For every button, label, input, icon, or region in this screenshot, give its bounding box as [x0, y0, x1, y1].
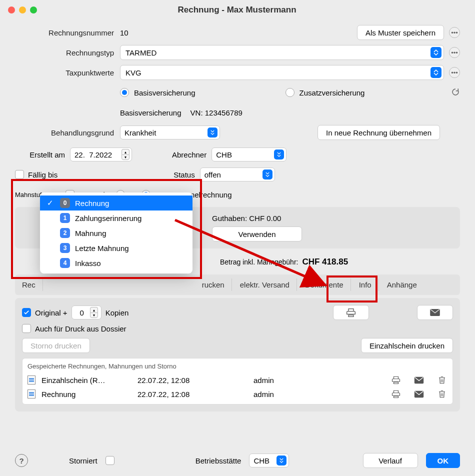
stored-date: 22.07.22, 12:08	[138, 390, 248, 398]
vn-line: VN: 123456789	[190, 108, 242, 117]
label-behandlungsgrund: Behandlungsgrund	[15, 128, 120, 137]
label-abrechner: Abrechner	[172, 150, 206, 159]
label-storniert: Storniert	[69, 456, 98, 465]
rechnungstyp-select[interactable]: TARMED	[120, 45, 444, 60]
label-rechnungsnummer: Rechnungsnummer	[15, 28, 120, 37]
chevron-updown-icon	[208, 128, 218, 138]
badge-3: 3	[60, 243, 70, 253]
chevron-updown-icon	[274, 150, 284, 160]
stored-date: 22.07.22, 12:08	[138, 376, 248, 384]
more-dots-2[interactable]: •••	[449, 47, 460, 58]
label-faellig-bis: Fällig bis	[28, 170, 58, 179]
behandlungsgrund-select[interactable]: Krankheit	[120, 126, 220, 140]
badge-4: 4	[60, 258, 70, 268]
verlauf-button[interactable]: Verlauf	[363, 453, 418, 468]
row-delete-button[interactable]	[436, 375, 448, 385]
stepper-down[interactable]: ▾	[122, 154, 130, 160]
label-erstellt-am: Erstellt am	[15, 150, 70, 159]
in-neue-rechnung-button[interactable]: In neue Rechnung übernehmen	[318, 125, 440, 140]
einzahlschein-drucken-button[interactable]: Einzahlschein drucken	[361, 338, 453, 353]
tabs-bar: Rec rucken elektr. Versand Dokumente Inf…	[15, 274, 460, 295]
row-mail-button[interactable]	[414, 375, 424, 385]
checkbox-faellig-bis[interactable]	[15, 170, 24, 179]
stepper-down[interactable]: ▾	[90, 312, 98, 318]
tab-dokumente[interactable]: Dokumente	[298, 278, 351, 291]
betrag-value: CHF 418.85	[302, 257, 348, 267]
window-title: Rechnung - Max Mustermann	[7, 5, 467, 15]
chevron-updown-icon	[430, 47, 442, 58]
verwenden-button[interactable]: Verwenden	[212, 226, 302, 242]
dropdown-item-inkasso[interactable]: 4 Inkasso	[40, 256, 192, 270]
stepper-up[interactable]: ▴	[122, 149, 130, 154]
ok-button[interactable]: OK	[426, 453, 460, 468]
stored-list: Gespeicherte Rechnungen, Mahnungen und S…	[22, 358, 453, 404]
label-auch-dossier: Auch für Druck aus Dossier	[35, 324, 126, 333]
mail-icon	[430, 308, 440, 316]
label-kopien: Kopien	[106, 308, 129, 317]
abrechner-select[interactable]: CHB	[212, 148, 286, 162]
label-status: Status	[174, 170, 195, 179]
print-button[interactable]	[333, 305, 369, 320]
stored-name: Einzahlschein (R…	[42, 376, 132, 384]
row-print-button[interactable]	[390, 389, 402, 399]
kopien-field[interactable]	[76, 308, 88, 317]
dropdown-item-zahlungserinnerung[interactable]: 1 Zahlungserinnerung	[40, 210, 192, 226]
value-rechnungsnummer: 10	[120, 28, 128, 37]
stepper-up[interactable]: ▴	[90, 307, 98, 312]
row-print-button[interactable]	[390, 375, 402, 385]
basis-line: Basisversicherung	[120, 108, 182, 117]
dropdown-item-mahnung[interactable]: 2 Mahnung	[40, 226, 192, 240]
badge-0: 0	[60, 198, 70, 208]
tab-elektr-versand[interactable]: elektr. Versand	[233, 278, 297, 291]
taxpunktwerte-select[interactable]: KVG	[120, 65, 444, 80]
list-row[interactable]: Rechnung 22.07.22, 12:08 admin	[22, 387, 452, 401]
chevron-updown-icon	[276, 456, 286, 466]
badge-2: 2	[60, 228, 70, 238]
chevron-updown-icon	[430, 67, 442, 78]
printer-icon	[346, 308, 356, 318]
kopien-stepper[interactable]: ▴ ▾	[72, 306, 102, 320]
label-taxpunktwerte: Taxpunktwerte	[15, 68, 120, 77]
radio-basisversicherung[interactable]	[120, 88, 129, 97]
tab-anhaenge[interactable]: Anhänge	[380, 278, 424, 291]
titlebar: Rechnung - Max Mustermann	[0, 0, 475, 20]
document-icon	[28, 376, 36, 384]
label-rechnungstyp: Rechnungstyp	[15, 48, 120, 57]
drucken-panel: Original + ▴ ▾ Kopien Auch für Druck aus…	[15, 298, 460, 412]
list-row[interactable]: Einzahlschein (R… 22.07.22, 12:08 admin	[22, 373, 452, 387]
row-mail-button[interactable]	[414, 389, 424, 399]
tab-info[interactable]: Info	[352, 278, 379, 291]
checkbox-original[interactable]	[22, 308, 31, 317]
stored-user: admin	[254, 376, 384, 384]
status-select[interactable]: offen	[200, 168, 275, 182]
erstellt-am-field[interactable]	[74, 150, 120, 159]
guthaben-text: Guthaben: CHF 0.00	[212, 214, 281, 222]
help-button[interactable]: ?	[15, 454, 28, 467]
dropdown-item-rechnung[interactable]: ✓ 0 Rechnung	[40, 196, 192, 210]
document-icon	[28, 390, 36, 398]
refresh-icon[interactable]	[451, 88, 460, 98]
storno-drucken-button[interactable]: Storno drucken	[22, 338, 90, 353]
badge-1: 1	[60, 213, 70, 223]
more-dots-3[interactable]: •••	[449, 67, 460, 78]
betriebsstaette-select[interactable]: CHB	[249, 454, 289, 468]
more-dots-1[interactable]: •••	[449, 27, 460, 38]
erstellt-am-input[interactable]: ▴ ▾	[70, 148, 132, 162]
chevron-updown-icon	[262, 170, 272, 180]
bottom-bar: ? Storniert Betriebsstätte CHB Verlauf O…	[0, 453, 475, 468]
label-betriebsstaette: Betriebsstätte	[196, 456, 242, 465]
mail-button[interactable]	[417, 305, 453, 320]
betrag-label: Betrag inkl. Mahngebühr:	[220, 258, 298, 266]
dropdown-item-letzte-mahnung[interactable]: 3 Letzte Mahnung	[40, 240, 192, 256]
tab-drucken[interactable]: rucken	[195, 278, 232, 291]
checkbox-storniert[interactable]	[106, 456, 114, 465]
tab-rec[interactable]: Rec	[15, 278, 43, 291]
radio-zusatzversicherung[interactable]	[286, 88, 294, 97]
label-zusatzversicherung: Zusatzversicherung	[300, 88, 365, 97]
row-delete-button[interactable]	[436, 389, 448, 399]
mahnstufe-dropdown[interactable]: ✓ 0 Rechnung 1 Zahlungserinnerung 2 Mahn…	[40, 192, 192, 274]
label-basisversicherung: Basisversicherung	[134, 88, 196, 97]
als-muster-button[interactable]: Als Muster speichern	[357, 25, 444, 40]
checkbox-auch-dossier[interactable]	[22, 324, 31, 333]
stored-name: Rechnung	[42, 390, 132, 398]
